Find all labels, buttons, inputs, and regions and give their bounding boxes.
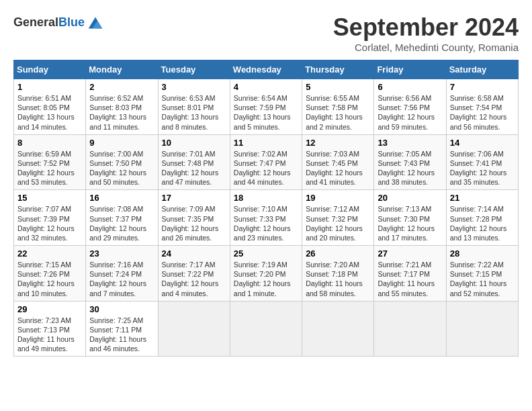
day-info: Sunrise: 6:56 AMSunset: 7:56 PMDaylight:… <box>378 94 435 131</box>
day-cell <box>446 301 518 357</box>
day-info: Sunrise: 6:58 AMSunset: 7:54 PMDaylight:… <box>450 94 507 131</box>
day-info: Sunrise: 7:02 AMSunset: 7:47 PMDaylight:… <box>234 150 291 187</box>
day-cell <box>302 301 374 357</box>
day-number: 3 <box>162 82 226 92</box>
day-cell <box>374 301 446 357</box>
week-row-5: 29Sunrise: 7:23 AMSunset: 7:13 PMDayligh… <box>14 301 519 357</box>
day-info: Sunrise: 7:01 AMSunset: 7:48 PMDaylight:… <box>162 150 219 187</box>
day-info: Sunrise: 7:09 AMSunset: 7:35 PMDaylight:… <box>162 205 219 242</box>
day-cell: 30Sunrise: 7:25 AMSunset: 7:11 PMDayligh… <box>86 301 158 357</box>
day-number: 6 <box>378 82 442 92</box>
day-info: Sunrise: 7:25 AMSunset: 7:11 PMDaylight:… <box>89 316 146 353</box>
day-cell: 20Sunrise: 7:13 AMSunset: 7:30 PMDayligh… <box>374 190 446 246</box>
day-cell: 7Sunrise: 6:58 AMSunset: 7:54 PMDaylight… <box>446 79 518 135</box>
column-header-friday: Friday <box>374 60 446 79</box>
day-info: Sunrise: 7:22 AMSunset: 7:15 PMDaylight:… <box>450 261 507 298</box>
day-cell: 13Sunrise: 7:05 AMSunset: 7:43 PMDayligh… <box>374 134 446 190</box>
page-header: GeneralBlue September 2024 Corlatel, Meh… <box>13 13 519 53</box>
day-number: 22 <box>17 248 82 259</box>
day-cell: 24Sunrise: 7:17 AMSunset: 7:22 PMDayligh… <box>158 246 230 302</box>
column-header-saturday: Saturday <box>446 60 518 79</box>
day-cell: 17Sunrise: 7:09 AMSunset: 7:35 PMDayligh… <box>158 190 230 246</box>
day-number: 20 <box>378 193 442 203</box>
day-cell: 4Sunrise: 6:54 AMSunset: 7:59 PMDaylight… <box>230 79 302 135</box>
day-cell: 26Sunrise: 7:20 AMSunset: 7:18 PMDayligh… <box>302 246 374 302</box>
day-info: Sunrise: 7:06 AMSunset: 7:41 PMDaylight:… <box>450 150 507 187</box>
day-info: Sunrise: 7:12 AMSunset: 7:32 PMDaylight:… <box>306 205 363 242</box>
day-info: Sunrise: 6:55 AMSunset: 7:58 PMDaylight:… <box>306 94 363 131</box>
day-number: 2 <box>89 82 154 92</box>
day-number: 23 <box>89 248 154 259</box>
day-cell: 18Sunrise: 7:10 AMSunset: 7:33 PMDayligh… <box>230 190 302 246</box>
column-header-wednesday: Wednesday <box>230 60 302 79</box>
day-number: 19 <box>306 193 370 203</box>
day-cell: 16Sunrise: 7:08 AMSunset: 7:37 PMDayligh… <box>86 190 158 246</box>
day-number: 13 <box>378 138 442 148</box>
day-number: 14 <box>450 138 515 148</box>
day-cell: 8Sunrise: 6:59 AMSunset: 7:52 PMDaylight… <box>14 134 86 190</box>
day-number: 16 <box>89 193 154 203</box>
week-row-2: 8Sunrise: 6:59 AMSunset: 7:52 PMDaylight… <box>14 134 519 190</box>
logo-general: General <box>13 15 58 29</box>
day-cell: 27Sunrise: 7:21 AMSunset: 7:17 PMDayligh… <box>374 246 446 302</box>
day-number: 17 <box>162 193 226 203</box>
day-cell: 19Sunrise: 7:12 AMSunset: 7:32 PMDayligh… <box>302 190 374 246</box>
day-number: 27 <box>378 248 442 259</box>
day-number: 29 <box>17 304 82 314</box>
day-cell: 23Sunrise: 7:16 AMSunset: 7:24 PMDayligh… <box>86 246 158 302</box>
day-number: 25 <box>234 248 298 259</box>
day-number: 1 <box>17 82 82 92</box>
day-number: 7 <box>450 82 515 92</box>
day-number: 10 <box>162 138 226 148</box>
column-header-monday: Monday <box>86 60 158 79</box>
day-info: Sunrise: 7:08 AMSunset: 7:37 PMDaylight:… <box>89 205 146 242</box>
day-info: Sunrise: 7:23 AMSunset: 7:13 PMDaylight:… <box>17 316 75 353</box>
column-header-tuesday: Tuesday <box>158 60 230 79</box>
day-info: Sunrise: 6:54 AMSunset: 7:59 PMDaylight:… <box>234 94 291 131</box>
day-cell: 25Sunrise: 7:19 AMSunset: 7:20 PMDayligh… <box>230 246 302 302</box>
day-cell: 5Sunrise: 6:55 AMSunset: 7:58 PMDaylight… <box>302 79 374 135</box>
column-header-thursday: Thursday <box>302 60 374 79</box>
day-cell: 29Sunrise: 7:23 AMSunset: 7:13 PMDayligh… <box>14 301 86 357</box>
day-cell <box>158 301 230 357</box>
day-number: 21 <box>450 193 515 203</box>
day-number: 30 <box>89 304 154 314</box>
day-cell <box>230 301 302 357</box>
day-cell: 1Sunrise: 6:51 AMSunset: 8:05 PMDaylight… <box>14 79 86 135</box>
logo-blue: Blue <box>58 15 85 29</box>
day-info: Sunrise: 6:51 AMSunset: 8:05 PMDaylight:… <box>17 94 75 131</box>
day-info: Sunrise: 6:52 AMSunset: 8:03 PMDaylight:… <box>89 94 146 131</box>
day-number: 26 <box>306 248 370 259</box>
day-cell: 2Sunrise: 6:52 AMSunset: 8:03 PMDaylight… <box>86 79 158 135</box>
day-number: 12 <box>306 138 370 148</box>
day-number: 5 <box>306 82 370 92</box>
day-number: 11 <box>234 138 298 148</box>
day-info: Sunrise: 7:10 AMSunset: 7:33 PMDaylight:… <box>234 205 291 242</box>
day-number: 28 <box>450 248 515 259</box>
logo: GeneralBlue <box>13 13 105 32</box>
day-cell: 22Sunrise: 7:15 AMSunset: 7:26 PMDayligh… <box>14 246 86 302</box>
day-info: Sunrise: 7:05 AMSunset: 7:43 PMDaylight:… <box>378 150 435 187</box>
day-cell: 15Sunrise: 7:07 AMSunset: 7:39 PMDayligh… <box>14 190 86 246</box>
day-number: 4 <box>234 82 298 92</box>
day-cell: 10Sunrise: 7:01 AMSunset: 7:48 PMDayligh… <box>158 134 230 190</box>
title-block: September 2024 Corlatel, Mehedinti Count… <box>333 13 519 53</box>
day-cell: 3Sunrise: 6:53 AMSunset: 8:01 PMDaylight… <box>158 79 230 135</box>
day-info: Sunrise: 7:17 AMSunset: 7:22 PMDaylight:… <box>162 261 219 298</box>
header-row: SundayMondayTuesdayWednesdayThursdayFrid… <box>14 60 519 79</box>
day-info: Sunrise: 7:19 AMSunset: 7:20 PMDaylight:… <box>234 261 291 298</box>
column-header-sunday: Sunday <box>14 60 86 79</box>
month-title: September 2024 <box>333 13 519 42</box>
day-info: Sunrise: 7:15 AMSunset: 7:26 PMDaylight:… <box>17 261 75 298</box>
week-row-3: 15Sunrise: 7:07 AMSunset: 7:39 PMDayligh… <box>14 190 519 246</box>
day-number: 24 <box>162 248 226 259</box>
week-row-4: 22Sunrise: 7:15 AMSunset: 7:26 PMDayligh… <box>14 246 519 302</box>
day-cell: 11Sunrise: 7:02 AMSunset: 7:47 PMDayligh… <box>230 134 302 190</box>
day-number: 18 <box>234 193 298 203</box>
logo-icon <box>86 13 105 32</box>
day-info: Sunrise: 7:16 AMSunset: 7:24 PMDaylight:… <box>89 261 146 298</box>
week-row-1: 1Sunrise: 6:51 AMSunset: 8:05 PMDaylight… <box>14 79 519 135</box>
day-cell: 14Sunrise: 7:06 AMSunset: 7:41 PMDayligh… <box>446 134 518 190</box>
day-cell: 28Sunrise: 7:22 AMSunset: 7:15 PMDayligh… <box>446 246 518 302</box>
day-info: Sunrise: 7:20 AMSunset: 7:18 PMDaylight:… <box>306 261 363 298</box>
